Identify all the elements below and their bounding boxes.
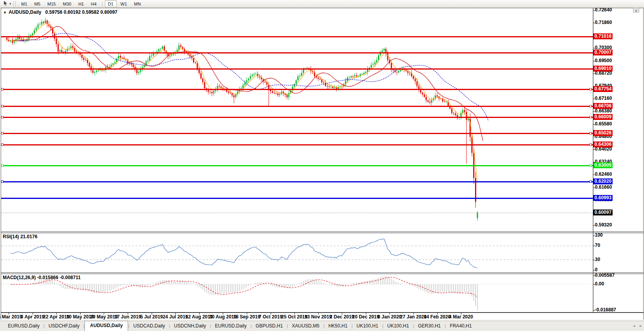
chart-symbol-label: AUDUSD,Daily xyxy=(9,9,41,15)
current-price-label: 0.60097 xyxy=(593,210,613,215)
pane-separator[interactable] xyxy=(1,232,644,232)
tab-audusd-daily[interactable]: AUDUSD,Daily xyxy=(84,321,128,331)
date-tick-label: 27 Jan 2020 xyxy=(400,314,426,320)
tab-xauusd-m5[interactable]: XAUUSD,M5 xyxy=(288,322,323,331)
timeframe-button-h1[interactable]: H1 xyxy=(75,0,87,7)
level-price-label: 0.66706 xyxy=(593,103,613,109)
timeframe-button-h4[interactable]: H4 xyxy=(88,0,99,7)
tab-fra40-h1[interactable]: FRA40,H1 xyxy=(446,322,476,331)
level-price-label: 0.62020 xyxy=(593,178,613,184)
candle-wicks-bear xyxy=(7,19,476,208)
date-tick-label: 2 Dec 2019 xyxy=(330,314,354,320)
chart-window-right-border xyxy=(643,8,644,320)
horizontal-level-line[interactable] xyxy=(1,106,593,107)
date-tick-label: 4 Mar 2020 xyxy=(449,314,473,320)
level-handle-right[interactable] xyxy=(589,88,592,90)
tab-uk100-h1[interactable]: UK100,H1 xyxy=(383,322,413,331)
tab-ger30-h1[interactable]: GER30,H1 xyxy=(414,322,445,331)
level-handle-left[interactable] xyxy=(1,164,4,167)
horizontal-level-line[interactable] xyxy=(1,68,593,70)
date-tick-label: 22 Apr 2019 xyxy=(43,314,70,320)
tab-hk50-h1[interactable]: HK50,H1 xyxy=(325,322,352,331)
timeframe-button-mn[interactable]: MN xyxy=(131,0,144,7)
date-tick-label: 5 Jul 2019 xyxy=(140,314,163,320)
level-handle-left[interactable] xyxy=(1,143,4,146)
timeframe-toolbar: ▾ M1M5M15M30H1H4D1W1MN xyxy=(0,0,644,8)
level-handle-left[interactable] xyxy=(1,88,4,90)
chart-scroll-up-button[interactable]: ▲ xyxy=(633,8,639,13)
tab-usdcad-daily[interactable]: USDCAD,Daily xyxy=(129,322,169,331)
toolbar-grip-handle xyxy=(13,1,16,7)
level-handle-left[interactable] xyxy=(1,105,4,107)
tab-usdcnh-daily[interactable]: USDCNH,Daily xyxy=(170,322,210,331)
tab-eurusd-daily[interactable]: EURUSD,Daily xyxy=(4,322,44,331)
level-handle-right[interactable] xyxy=(589,105,592,107)
level-handle-right[interactable] xyxy=(589,164,592,167)
macd-tick-label: 0.00 xyxy=(595,281,604,287)
date-tick-label: 20 Dec 2019 xyxy=(352,314,379,320)
macd-label: MACD(12,26,9) -0.015866 -0.008711 xyxy=(3,275,81,280)
date-tick-label: 12 Aug 2019 xyxy=(185,314,213,320)
horizontal-level-line[interactable] xyxy=(1,133,593,134)
date-tick-label: 18 Sep 2019 xyxy=(233,314,261,320)
level-handle-right[interactable] xyxy=(589,180,592,183)
tab-eurusd-daily[interactable]: EURUSD,Daily xyxy=(211,322,251,331)
price-tick-label: 0.67160 xyxy=(595,96,612,101)
tab-usdchf-daily[interactable]: USDCHF,Daily xyxy=(45,322,84,331)
timeframe-button-d1[interactable]: D1 xyxy=(105,0,117,7)
metatrader-window: ▾ M1M5M15M30H1H4D1W1MN ▼AUDUSD,Daily0.59… xyxy=(0,0,644,331)
date-tick-label: 29 May 2019 xyxy=(90,314,117,320)
pane-separator[interactable] xyxy=(1,272,644,273)
chart-ohlc-values: 0.59756 0.60192 0.59582 0.60097 xyxy=(45,9,117,15)
level-price-label: 0.69010 xyxy=(593,66,613,72)
chart-window-top-border xyxy=(1,8,644,8)
level-handle-right[interactable] xyxy=(589,116,592,118)
level-handle-left[interactable] xyxy=(1,116,4,118)
chart-title: ▼AUDUSD,Daily0.59756 0.60192 0.59582 0.6… xyxy=(3,9,117,15)
rsi-line xyxy=(11,239,477,268)
horizontal-level-line[interactable] xyxy=(1,117,593,118)
timeframe-button-m30[interactable]: M30 xyxy=(60,0,74,7)
timeframe-button-m5[interactable]: M5 xyxy=(31,0,43,7)
chart-window-left-border xyxy=(1,8,1,320)
level-price-label: 0.66009 xyxy=(593,114,613,120)
level-price-label: 0.64306 xyxy=(593,142,613,147)
timeframe-button-m1[interactable]: M1 xyxy=(18,0,30,7)
tabs-scroll-left-button[interactable]: ◂ xyxy=(631,324,637,331)
horizontal-level-line[interactable] xyxy=(1,89,593,90)
rsi-canvas[interactable] xyxy=(1,233,593,272)
tabs-scroll-right-button[interactable]: ▸ xyxy=(637,324,644,331)
current-price-line xyxy=(1,213,593,213)
level-price-label: 0.63005 xyxy=(593,162,613,168)
level-handle-left[interactable] xyxy=(1,180,4,183)
level-handle-right[interactable] xyxy=(589,132,592,134)
rsi-tick-label: 30 xyxy=(595,257,600,262)
pane-separator[interactable] xyxy=(1,233,644,233)
level-price-label: 0.60993 xyxy=(593,195,613,201)
horizontal-level-line[interactable] xyxy=(1,36,593,37)
tab-gbpusd-h1[interactable]: GBPUSD,H1 xyxy=(252,322,287,331)
timeframe-button-w1[interactable]: W1 xyxy=(117,0,130,7)
cursor-tool-button[interactable] xyxy=(1,0,9,7)
level-handle-right[interactable] xyxy=(589,143,592,146)
horizontal-level-line[interactable] xyxy=(1,165,593,166)
horizontal-level-line[interactable] xyxy=(1,144,593,145)
chart-bottom-border xyxy=(1,312,644,313)
level-price-label: 0.71016 xyxy=(593,33,613,39)
timeframe-buttons: M1M5M15M30H1H4D1W1MN xyxy=(18,0,144,7)
pane-separator[interactable] xyxy=(1,274,644,274)
macd-canvas[interactable] xyxy=(1,274,593,313)
chevron-down-icon[interactable]: ▾ xyxy=(9,2,11,6)
symbol-dropdown-icon[interactable]: ▼ xyxy=(3,11,7,15)
horizontal-level-line[interactable] xyxy=(1,198,593,199)
level-handle-left[interactable] xyxy=(1,132,4,134)
tab-uk100-h1[interactable]: UK100,H1 xyxy=(352,322,382,331)
horizontal-level-line[interactable] xyxy=(1,52,593,53)
timeframe-button-m15[interactable]: M15 xyxy=(44,0,59,7)
price-tick-label: 0.65580 xyxy=(595,121,612,127)
horizontal-level-line[interactable] xyxy=(1,181,593,182)
price-tick-label: 0.62460 xyxy=(595,171,612,177)
chart-tabs-bar: EURUSD,Daily|USDCHF,Daily|AUDUSD,Daily|U… xyxy=(0,321,644,331)
date-tick-label: 25 Oct 2019 xyxy=(281,314,308,320)
date-tick-label: 7 Oct 2019 xyxy=(259,314,283,320)
